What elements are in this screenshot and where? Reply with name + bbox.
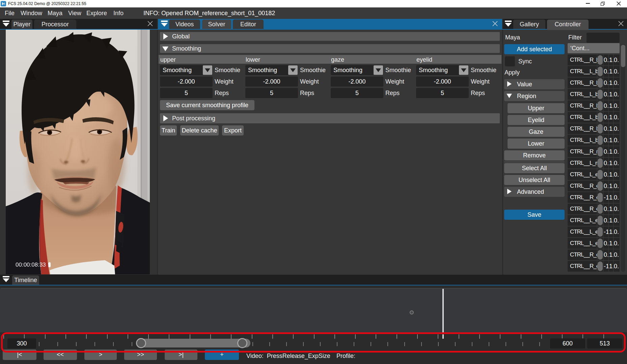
svg-text:00:00:08:33: 00:00:08:33	[16, 262, 46, 268]
